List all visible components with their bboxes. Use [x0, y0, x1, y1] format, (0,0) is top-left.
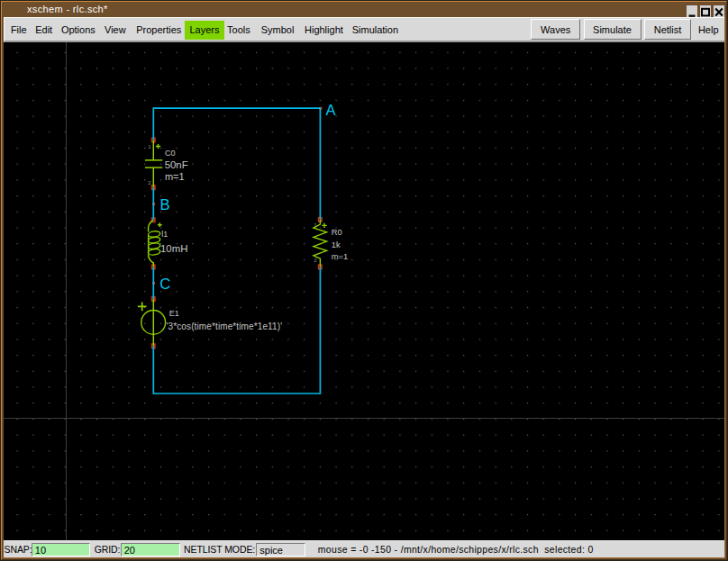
svg-text:2: 2	[314, 257, 317, 263]
svg-text:A: A	[326, 102, 337, 119]
svg-text:C0: C0	[165, 149, 176, 158]
svg-text:1: 1	[314, 222, 317, 228]
svg-text:l1: l1	[161, 230, 168, 239]
svg-text:R0: R0	[332, 227, 342, 237]
svg-text:m=1: m=1	[165, 171, 185, 182]
svg-text:1: 1	[148, 143, 151, 149]
svg-text:2: 2	[148, 179, 151, 185]
svg-text:m=1: m=1	[332, 251, 349, 261]
svg-text:E1: E1	[169, 309, 179, 318]
svg-text:C: C	[159, 276, 170, 293]
svg-text:'3*cos(time*time*time*1e11)': '3*cos(time*time*time*1e11)'	[167, 321, 283, 331]
svg-text:1k: 1k	[332, 240, 341, 249]
svg-text:10mH: 10mH	[160, 243, 187, 254]
svg-text:50nF: 50nF	[165, 159, 188, 170]
svg-text:B: B	[160, 196, 170, 213]
